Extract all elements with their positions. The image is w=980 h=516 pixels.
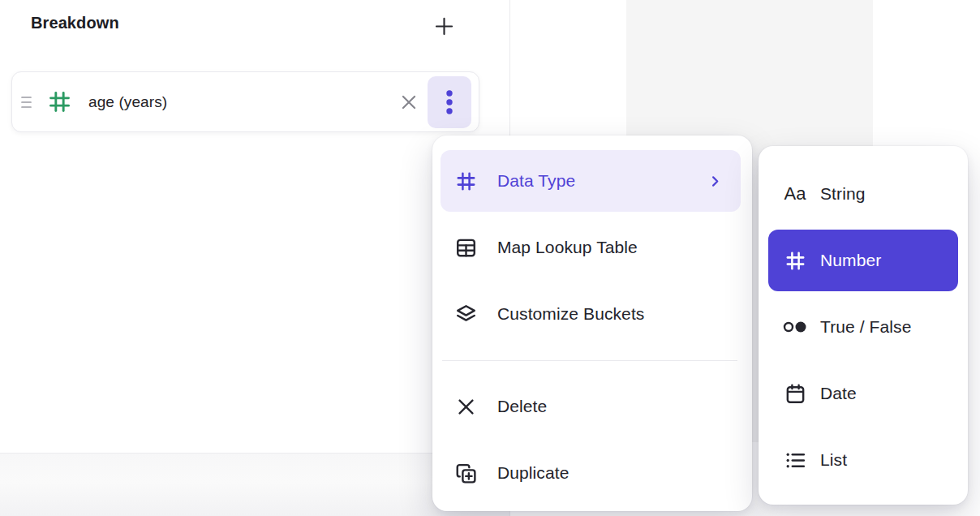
kebab-icon bbox=[445, 88, 453, 116]
calendar-icon bbox=[781, 382, 809, 406]
submenu-item-label: Number bbox=[820, 251, 881, 270]
field-name: age (years) bbox=[88, 93, 393, 111]
submenu-item-label: True / False bbox=[820, 317, 911, 337]
submenu-item-label: String bbox=[820, 184, 865, 204]
submenu-item-true-false[interactable]: True / False bbox=[768, 296, 958, 358]
menu-item-label: Customize Buckets bbox=[497, 304, 644, 324]
list-icon bbox=[781, 449, 809, 472]
breakdown-title: Breakdown bbox=[31, 14, 119, 32]
chevron-right-icon bbox=[707, 174, 723, 189]
menu-item-map-lookup-table[interactable]: Map Lookup Table bbox=[441, 217, 741, 278]
field-context-menu: Data Type Map Lookup Table Customize Buc… bbox=[432, 135, 752, 511]
submenu-item-string[interactable]: Aa String bbox=[768, 163, 958, 225]
hash-icon bbox=[781, 249, 809, 273]
hash-icon bbox=[454, 170, 478, 193]
submenu-item-number[interactable]: Number bbox=[768, 230, 958, 291]
duplicate-icon bbox=[454, 462, 478, 485]
remove-field-button[interactable] bbox=[393, 87, 424, 118]
field-menu-button[interactable] bbox=[428, 76, 471, 128]
menu-item-label: Map Lookup Table bbox=[497, 238, 638, 257]
close-icon bbox=[398, 92, 419, 113]
menu-item-data-type[interactable]: Data Type bbox=[441, 150, 741, 212]
plus-icon bbox=[433, 15, 455, 37]
menu-item-duplicate[interactable]: Duplicate bbox=[441, 442, 741, 504]
add-breakdown-button[interactable] bbox=[432, 14, 456, 38]
number-hash-icon bbox=[46, 88, 73, 115]
stack-icon bbox=[454, 303, 478, 326]
menu-item-delete[interactable]: Delete bbox=[441, 376, 741, 437]
aa-icon: Aa bbox=[781, 183, 809, 206]
menu-item-customize-buckets[interactable]: Customize Buckets bbox=[441, 283, 741, 345]
submenu-item-label: List bbox=[820, 450, 847, 470]
menu-divider bbox=[442, 360, 737, 361]
submenu-item-label: Date bbox=[820, 384, 857, 403]
drag-handle-icon[interactable] bbox=[20, 93, 35, 111]
boolean-circles-icon bbox=[781, 316, 809, 339]
submenu-item-list[interactable]: List bbox=[768, 429, 958, 491]
breakdown-field-card[interactable]: age (years) bbox=[11, 71, 479, 132]
menu-item-label: Duplicate bbox=[497, 463, 569, 483]
menu-item-label: Delete bbox=[497, 397, 547, 416]
data-type-submenu: Aa String Number True / False Date Lis bbox=[759, 146, 968, 505]
x-icon bbox=[454, 395, 478, 419]
table-icon bbox=[454, 236, 478, 260]
app-screen: Breakdown age (years) bbox=[0, 0, 980, 516]
submenu-item-date[interactable]: Date bbox=[768, 363, 958, 424]
menu-item-label: Data Type bbox=[497, 171, 575, 191]
